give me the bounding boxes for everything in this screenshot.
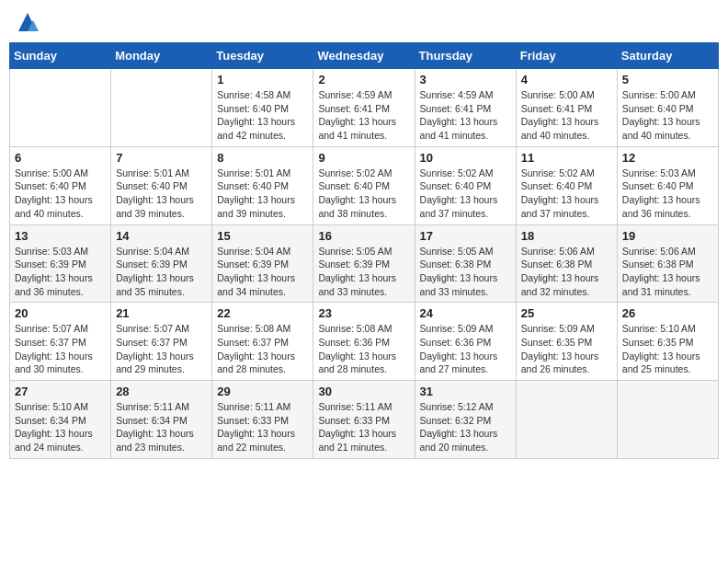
calendar-cell: 7Sunrise: 5:01 AM Sunset: 6:40 PM Daylig… — [111, 146, 212, 224]
calendar-cell: 12Sunrise: 5:03 AM Sunset: 6:40 PM Dayli… — [617, 146, 718, 224]
day-info: Sunrise: 5:05 AM Sunset: 6:39 PM Dayligh… — [318, 245, 409, 299]
day-info: Sunrise: 5:00 AM Sunset: 6:40 PM Dayligh… — [15, 167, 106, 221]
day-info: Sunrise: 5:11 AM Sunset: 6:33 PM Dayligh… — [217, 400, 308, 454]
day-info: Sunrise: 5:03 AM Sunset: 6:39 PM Dayligh… — [15, 245, 106, 299]
calendar-cell: 26Sunrise: 5:10 AM Sunset: 6:35 PM Dayli… — [617, 303, 718, 381]
day-info: Sunrise: 4:59 AM Sunset: 6:41 PM Dayligh… — [420, 88, 511, 143]
day-number: 2 — [318, 73, 409, 86]
day-number: 8 — [217, 151, 308, 165]
day-info: Sunrise: 5:07 AM Sunset: 6:37 PM Dayligh… — [116, 322, 207, 376]
day-info: Sunrise: 5:00 AM Sunset: 6:41 PM Dayligh… — [521, 88, 612, 143]
day-info: Sunrise: 5:08 AM Sunset: 6:36 PM Dayligh… — [318, 322, 409, 376]
day-info: Sunrise: 5:12 AM Sunset: 6:32 PM Dayligh… — [420, 400, 511, 454]
weekday-header-saturday: Saturday — [617, 43, 718, 69]
day-info: Sunrise: 5:02 AM Sunset: 6:40 PM Dayligh… — [420, 167, 511, 221]
day-number: 7 — [116, 151, 207, 165]
calendar-cell: 27Sunrise: 5:10 AM Sunset: 6:34 PM Dayli… — [10, 381, 111, 459]
calendar-cell — [516, 381, 617, 459]
calendar-cell: 31Sunrise: 5:12 AM Sunset: 6:32 PM Dayli… — [415, 381, 516, 459]
weekday-header-tuesday: Tuesday — [212, 43, 313, 69]
calendar-cell: 22Sunrise: 5:08 AM Sunset: 6:37 PM Dayli… — [212, 303, 313, 381]
calendar-cell — [10, 69, 111, 147]
day-number: 22 — [217, 306, 308, 320]
calendar-cell: 8Sunrise: 5:01 AM Sunset: 6:40 PM Daylig… — [212, 146, 313, 224]
day-number: 12 — [622, 151, 713, 165]
calendar-table: SundayMondayTuesdayWednesdayThursdayFrid… — [9, 42, 719, 459]
day-number: 27 — [15, 385, 106, 398]
calendar-cell: 11Sunrise: 5:02 AM Sunset: 6:40 PM Dayli… — [516, 146, 617, 224]
day-number: 3 — [420, 73, 511, 86]
calendar-week-5: 27Sunrise: 5:10 AM Sunset: 6:34 PM Dayli… — [10, 381, 719, 459]
day-number: 14 — [116, 229, 207, 243]
calendar-cell: 16Sunrise: 5:05 AM Sunset: 6:39 PM Dayli… — [313, 224, 415, 303]
day-number: 5 — [622, 73, 713, 86]
calendar-cell: 2Sunrise: 4:59 AM Sunset: 6:41 PM Daylig… — [313, 69, 415, 147]
day-number: 1 — [217, 73, 308, 86]
calendar-cell: 24Sunrise: 5:09 AM Sunset: 6:36 PM Dayli… — [415, 303, 516, 381]
calendar-cell — [617, 381, 718, 459]
day-info: Sunrise: 5:09 AM Sunset: 6:35 PM Dayligh… — [521, 322, 612, 376]
day-info: Sunrise: 5:09 AM Sunset: 6:36 PM Dayligh… — [420, 322, 511, 376]
day-number: 29 — [217, 385, 308, 398]
weekday-header-friday: Friday — [516, 43, 617, 69]
day-info: Sunrise: 5:01 AM Sunset: 6:40 PM Dayligh… — [116, 167, 207, 221]
day-number: 16 — [318, 229, 409, 243]
calendar-cell: 19Sunrise: 5:06 AM Sunset: 6:38 PM Dayli… — [617, 224, 718, 303]
page-header — [9, 9, 719, 35]
day-info: Sunrise: 5:11 AM Sunset: 6:34 PM Dayligh… — [116, 400, 207, 454]
day-info: Sunrise: 5:05 AM Sunset: 6:38 PM Dayligh… — [420, 245, 511, 299]
weekday-header-sunday: Sunday — [10, 43, 111, 69]
calendar-cell: 15Sunrise: 5:04 AM Sunset: 6:39 PM Dayli… — [212, 224, 313, 303]
calendar-cell: 14Sunrise: 5:04 AM Sunset: 6:39 PM Dayli… — [111, 224, 212, 303]
day-info: Sunrise: 5:10 AM Sunset: 6:35 PM Dayligh… — [622, 322, 713, 376]
calendar-cell: 13Sunrise: 5:03 AM Sunset: 6:39 PM Dayli… — [10, 224, 111, 303]
calendar-cell: 4Sunrise: 5:00 AM Sunset: 6:41 PM Daylig… — [516, 69, 617, 147]
calendar-cell: 3Sunrise: 4:59 AM Sunset: 6:41 PM Daylig… — [415, 69, 516, 147]
weekday-header-row: SundayMondayTuesdayWednesdayThursdayFrid… — [10, 43, 719, 69]
day-info: Sunrise: 4:59 AM Sunset: 6:41 PM Dayligh… — [318, 88, 409, 143]
day-info: Sunrise: 5:04 AM Sunset: 6:39 PM Dayligh… — [116, 245, 207, 299]
day-info: Sunrise: 5:11 AM Sunset: 6:33 PM Dayligh… — [318, 400, 409, 454]
day-number: 24 — [420, 306, 511, 320]
calendar-cell: 6Sunrise: 5:00 AM Sunset: 6:40 PM Daylig… — [10, 146, 111, 224]
day-info: Sunrise: 5:06 AM Sunset: 6:38 PM Dayligh… — [521, 245, 612, 299]
day-number: 9 — [318, 151, 409, 165]
calendar-cell: 21Sunrise: 5:07 AM Sunset: 6:37 PM Dayli… — [111, 303, 212, 381]
day-number: 26 — [622, 306, 713, 320]
calendar-week-4: 20Sunrise: 5:07 AM Sunset: 6:37 PM Dayli… — [10, 303, 719, 381]
logo — [13, 9, 40, 35]
day-number: 28 — [116, 385, 207, 398]
day-number: 6 — [15, 151, 106, 165]
calendar-cell: 25Sunrise: 5:09 AM Sunset: 6:35 PM Dayli… — [516, 303, 617, 381]
day-number: 31 — [420, 385, 511, 398]
calendar-cell: 18Sunrise: 5:06 AM Sunset: 6:38 PM Dayli… — [516, 224, 617, 303]
day-number: 19 — [622, 229, 713, 243]
calendar-cell: 10Sunrise: 5:02 AM Sunset: 6:40 PM Dayli… — [415, 146, 516, 224]
calendar-cell: 23Sunrise: 5:08 AM Sunset: 6:36 PM Dayli… — [313, 303, 415, 381]
calendar-cell: 28Sunrise: 5:11 AM Sunset: 6:34 PM Dayli… — [111, 381, 212, 459]
calendar-cell: 5Sunrise: 5:00 AM Sunset: 6:40 PM Daylig… — [617, 69, 718, 147]
day-number: 11 — [521, 151, 612, 165]
day-number: 30 — [318, 385, 409, 398]
day-number: 13 — [15, 229, 106, 243]
calendar-cell: 17Sunrise: 5:05 AM Sunset: 6:38 PM Dayli… — [415, 224, 516, 303]
day-info: Sunrise: 5:01 AM Sunset: 6:40 PM Dayligh… — [217, 167, 308, 221]
day-number: 20 — [15, 306, 106, 320]
day-info: Sunrise: 4:58 AM Sunset: 6:40 PM Dayligh… — [217, 88, 308, 143]
day-info: Sunrise: 5:10 AM Sunset: 6:34 PM Dayligh… — [15, 400, 106, 454]
day-number: 15 — [217, 229, 308, 243]
calendar-week-3: 13Sunrise: 5:03 AM Sunset: 6:39 PM Dayli… — [10, 224, 719, 303]
day-number: 4 — [521, 73, 612, 86]
day-info: Sunrise: 5:03 AM Sunset: 6:40 PM Dayligh… — [622, 167, 713, 221]
logo-icon — [15, 9, 40, 35]
day-number: 25 — [521, 306, 612, 320]
day-number: 10 — [420, 151, 511, 165]
calendar-cell: 29Sunrise: 5:11 AM Sunset: 6:33 PM Dayli… — [212, 381, 313, 459]
calendar-cell: 20Sunrise: 5:07 AM Sunset: 6:37 PM Dayli… — [10, 303, 111, 381]
calendar-cell: 30Sunrise: 5:11 AM Sunset: 6:33 PM Dayli… — [313, 381, 415, 459]
calendar-week-1: 1Sunrise: 4:58 AM Sunset: 6:40 PM Daylig… — [10, 69, 719, 147]
weekday-header-wednesday: Wednesday — [313, 43, 415, 69]
day-info: Sunrise: 5:06 AM Sunset: 6:38 PM Dayligh… — [622, 245, 713, 299]
calendar-cell — [111, 69, 212, 147]
day-info: Sunrise: 5:08 AM Sunset: 6:37 PM Dayligh… — [217, 322, 308, 376]
